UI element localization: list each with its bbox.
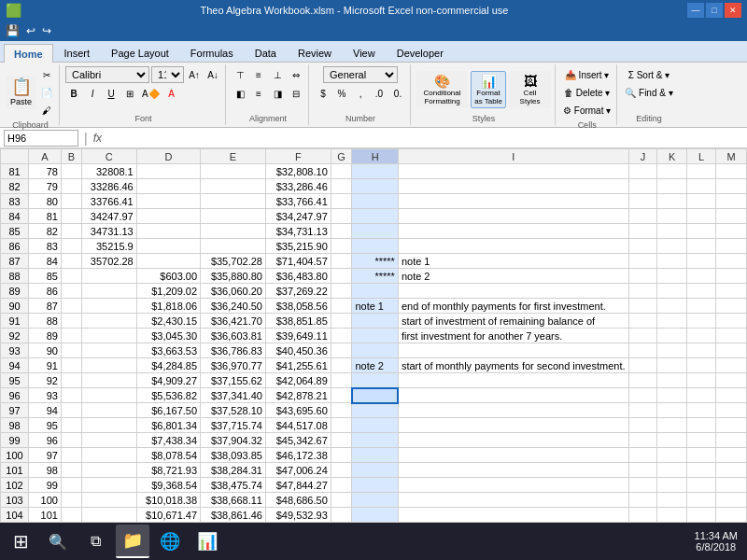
cell-J99[interactable]: [628, 433, 657, 448]
cell-I99[interactable]: [398, 433, 628, 448]
currency-button[interactable]: $: [315, 85, 331, 102]
col-header-j[interactable]: J: [628, 149, 657, 164]
cell-D93[interactable]: $3,663.53: [136, 343, 200, 358]
cell-J96[interactable]: [628, 388, 657, 403]
cell-C95[interactable]: [81, 373, 136, 388]
cell-J104[interactable]: [628, 508, 657, 523]
cell-M85[interactable]: [716, 224, 747, 239]
fill-color-button[interactable]: A🔶: [140, 85, 162, 102]
format-painter-button[interactable]: 🖌: [38, 102, 55, 119]
cell-M92[interactable]: [716, 329, 747, 343]
fill-button[interactable]: 🔍 Find & ▾: [623, 84, 674, 101]
cell-B103[interactable]: [61, 493, 81, 508]
cell-G98[interactable]: [331, 418, 352, 433]
cell-M96[interactable]: [716, 388, 747, 403]
cell-M93[interactable]: [716, 343, 747, 358]
cell-A99[interactable]: 96: [29, 433, 62, 448]
cell-G81[interactable]: [331, 164, 352, 179]
cell-D103[interactable]: $10,018.38: [136, 493, 200, 508]
cell-J94[interactable]: [628, 358, 657, 373]
cell-A94[interactable]: 91: [29, 358, 62, 373]
increase-decimal-button[interactable]: .0: [371, 85, 388, 102]
search-button[interactable]: 🔍: [41, 525, 75, 558]
edge-button[interactable]: 🌐: [153, 525, 187, 558]
row-number-87[interactable]: 87: [1, 254, 29, 269]
cell-L96[interactable]: [687, 388, 716, 403]
cell-K90[interactable]: [657, 299, 687, 314]
cell-D99[interactable]: $7,438.34: [136, 433, 200, 448]
cell-I101[interactable]: [398, 463, 628, 478]
cell-D94[interactable]: $4,284.85: [136, 358, 200, 373]
cell-A101[interactable]: 98: [29, 463, 62, 478]
cell-K104[interactable]: [657, 508, 687, 523]
cell-K85[interactable]: [657, 224, 687, 239]
col-header-l[interactable]: L: [687, 149, 716, 164]
cell-E98[interactable]: $37,715.74: [201, 418, 266, 433]
cell-E100[interactable]: $38,093.85: [201, 448, 266, 463]
cell-C94[interactable]: [81, 358, 136, 373]
col-header-a[interactable]: A: [29, 149, 62, 164]
cell-A84[interactable]: 81: [29, 209, 62, 224]
cell-M83[interactable]: [716, 194, 747, 209]
task-view-button[interactable]: ⧉: [78, 525, 112, 558]
cell-G87[interactable]: [331, 254, 352, 269]
cell-A83[interactable]: 80: [29, 194, 62, 209]
cell-M94[interactable]: [716, 358, 747, 373]
left-align-button[interactable]: ◧: [232, 85, 248, 102]
cell-B81[interactable]: [61, 164, 81, 179]
cell-K95[interactable]: [657, 373, 687, 388]
cell-A96[interactable]: 93: [29, 388, 62, 403]
col-header-f[interactable]: F: [265, 149, 331, 164]
cell-J85[interactable]: [628, 224, 657, 239]
cell-E84[interactable]: [201, 209, 266, 224]
cell-H93[interactable]: [352, 343, 399, 358]
bold-button[interactable]: B: [65, 85, 82, 102]
cell-K94[interactable]: [657, 358, 687, 373]
cell-L94[interactable]: [687, 358, 716, 373]
row-number-104[interactable]: 104: [1, 508, 29, 523]
decrease-decimal-button[interactable]: 0.: [389, 85, 406, 102]
cell-M91[interactable]: [716, 314, 747, 329]
bottom-align-button[interactable]: ⊥: [269, 66, 286, 83]
middle-align-button[interactable]: ≡: [250, 66, 267, 83]
cell-M88[interactable]: [716, 269, 747, 284]
cell-J81[interactable]: [628, 164, 657, 179]
cell-F104[interactable]: $49,532.93: [265, 508, 331, 523]
cell-M90[interactable]: [716, 299, 747, 314]
cell-E86[interactable]: [201, 239, 266, 254]
cell-B104[interactable]: [61, 508, 81, 523]
cell-I86[interactable]: [398, 239, 628, 254]
cell-L91[interactable]: [687, 314, 716, 329]
cell-I87[interactable]: note 1: [398, 254, 628, 269]
border-button[interactable]: ⊞: [121, 85, 138, 102]
font-color-button[interactable]: A: [163, 85, 180, 102]
cell-G96[interactable]: [331, 388, 352, 403]
cell-B96[interactable]: [61, 388, 81, 403]
cell-H97[interactable]: [352, 403, 399, 418]
cell-F82[interactable]: $33,286.46: [265, 179, 331, 194]
cell-E81[interactable]: [201, 164, 266, 179]
cell-M87[interactable]: [716, 254, 747, 269]
tab-home[interactable]: Home: [4, 44, 53, 63]
cell-K96[interactable]: [657, 388, 687, 403]
cell-L85[interactable]: [687, 224, 716, 239]
cell-C87[interactable]: 35702.28: [81, 254, 136, 269]
cell-E96[interactable]: $37,341.40: [201, 388, 266, 403]
cell-B87[interactable]: [61, 254, 81, 269]
cell-H85[interactable]: [352, 224, 399, 239]
grid-wrapper[interactable]: A B C D E F G H I J K L M: [0, 148, 747, 525]
cell-B90[interactable]: [61, 299, 81, 314]
row-number-85[interactable]: 85: [1, 224, 29, 239]
cell-E89[interactable]: $36,060.20: [201, 284, 266, 299]
cell-A89[interactable]: 86: [29, 284, 62, 299]
cell-J100[interactable]: [628, 448, 657, 463]
cell-A97[interactable]: 94: [29, 403, 62, 418]
row-number-93[interactable]: 93: [1, 343, 29, 358]
cell-K89[interactable]: [657, 284, 687, 299]
decrease-font-button[interactable]: A↓: [204, 66, 221, 83]
cell-L90[interactable]: [687, 299, 716, 314]
cell-M101[interactable]: [716, 463, 747, 478]
cell-L99[interactable]: [687, 433, 716, 448]
tab-data[interactable]: Data: [245, 43, 287, 62]
row-number-83[interactable]: 83: [1, 194, 29, 209]
